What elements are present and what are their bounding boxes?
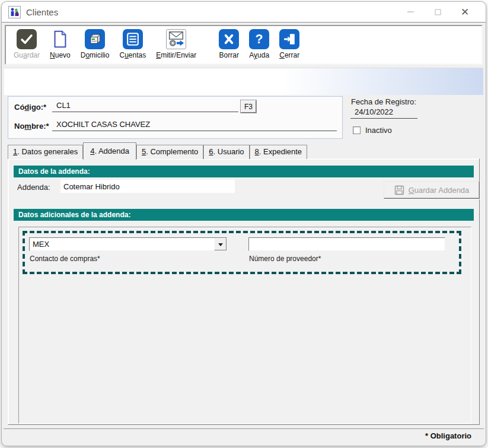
domicilio-button[interactable]: Domicilio <box>81 29 110 59</box>
codigo-input[interactable] <box>52 100 238 112</box>
svg-text:?: ? <box>256 32 263 46</box>
toolbar-label: Cerrar <box>279 51 299 59</box>
toolbar-label: Cuentas <box>119 51 146 59</box>
close-icon[interactable]: ✕ <box>451 2 479 22</box>
nombre-label: Nombre:* <box>14 122 49 131</box>
toolbar-label: Borrar <box>219 51 239 59</box>
borrar-button[interactable]: Borrar <box>219 29 239 59</box>
ayuda-button[interactable]: ? Ayuda <box>249 29 269 59</box>
tab-usuario[interactable]: 6. Usuario <box>203 145 249 159</box>
client-identity-box: Código:* F3 Nombre:* <box>8 96 343 139</box>
header-banner <box>4 68 483 95</box>
section-header-datos-addenda: Datos de la addenda: <box>14 166 474 177</box>
minimize-icon[interactable] <box>397 2 424 22</box>
numero-proveedor-label: Número de proveedor* <box>249 255 321 263</box>
chevron-down-icon <box>218 243 223 249</box>
guardar-addenda-label: Guardar Addenda <box>409 186 470 195</box>
toolbar-label: Nuevo <box>50 51 71 59</box>
contacto-compras-label: Contacto de compras* <box>30 255 100 263</box>
tab-complemento[interactable]: 5. Complemento <box>136 145 203 159</box>
window-title: Clientes <box>26 7 58 17</box>
toolbar-label: Emitir/Enviar <box>156 51 196 59</box>
codigo-label: Código:* <box>14 103 46 112</box>
tab-addenda[interactable]: 4. Addenda <box>83 142 136 160</box>
nuevo-button[interactable]: Nuevo <box>50 29 71 59</box>
inactivo-label: Inactivo <box>365 126 392 135</box>
send-email-icon <box>166 29 186 49</box>
save-check-icon <box>17 29 37 49</box>
inactivo-checkbox[interactable] <box>353 126 361 134</box>
emitir-enviar-button[interactable]: Emitir/Enviar <box>156 29 196 59</box>
dropdown-button[interactable] <box>214 238 227 250</box>
addenda-fields-panel: MEX Contacto de compras* Número de prove… <box>18 227 471 424</box>
help-icon: ? <box>249 29 269 49</box>
toolbar-label: Domicilio <box>81 51 110 59</box>
numero-proveedor-input[interactable] <box>248 237 445 251</box>
clients-app-icon: $ <box>8 6 21 18</box>
contacto-compras-value: MEX <box>30 238 214 250</box>
tab-expediente[interactable]: 8. Expediente <box>250 145 308 159</box>
guardar-button[interactable]: Guardar <box>14 29 40 59</box>
toolbar-label: Ayuda <box>249 51 269 59</box>
address-cards-icon <box>85 29 105 49</box>
contacto-compras-combobox[interactable]: MEX <box>29 237 227 251</box>
guardar-addenda-button[interactable]: Guardar Addenda <box>384 181 480 199</box>
cuentas-button[interactable]: Cuentas <box>119 29 146 59</box>
tab-datos-generales[interactable]: 1. Datos generales <box>8 145 83 159</box>
addenda-label: Addenda: <box>17 183 50 192</box>
required-fields-note: * Obligatorio <box>425 431 471 440</box>
addenda-selection-frame: MEX Contacto de compras* Número de prove… <box>23 231 461 274</box>
title-bar: $ Clientes ✕ <box>2 2 486 23</box>
fecha-registro-label: Fecha de Registro: <box>351 97 416 106</box>
f3-lookup-button[interactable]: F3 <box>241 100 256 113</box>
nombre-input[interactable] <box>52 119 337 131</box>
clientes-window: $ Clientes ✕ Guardar <box>1 1 486 446</box>
addenda-input[interactable] <box>60 180 235 193</box>
bottom-divider <box>4 428 484 429</box>
cerrar-button[interactable]: Cerrar <box>279 29 299 59</box>
section-header-datos-adicionales: Datos adicionales de la addenda: <box>14 209 474 221</box>
accounts-list-icon <box>123 29 143 49</box>
toolbar-label: Guardar <box>14 51 40 59</box>
delete-x-icon <box>219 29 239 49</box>
maximize-icon[interactable] <box>424 2 451 22</box>
main-toolbar: Guardar Nuevo Domicilio <box>5 25 483 65</box>
tab-strip: 1. Datos generales 4. Addenda 5. Complem… <box>8 143 307 159</box>
floppy-disk-icon <box>394 185 404 195</box>
exit-door-icon <box>279 29 299 49</box>
window-controls: ✕ <box>397 2 486 22</box>
fecha-registro-input[interactable] <box>350 107 417 119</box>
new-document-icon <box>50 29 70 49</box>
addenda-tab-panel: Datos de la addenda: Addenda: Guardar Ad… <box>8 158 480 425</box>
